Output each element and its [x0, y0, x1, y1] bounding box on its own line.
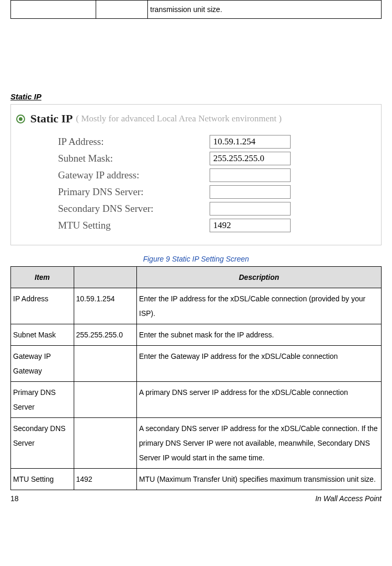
cell-value: 10.59.1.254: [74, 288, 137, 324]
radio-selected-icon[interactable]: [16, 115, 25, 123]
desc-header-desc: Description: [137, 267, 382, 288]
page-footer: 18 In Wall Access Point: [10, 494, 382, 503]
field-secondary-dns: Secondary DNS Server:: [16, 202, 373, 216]
label-gateway-ip: Gateway IP address:: [58, 169, 210, 181]
cell-desc: A secondary DNS server IP address for th…: [137, 418, 382, 469]
top-cell-2: [96, 1, 148, 19]
cell-desc: Enter the IP address for the xDSL/Cable …: [137, 288, 382, 324]
cell-value: [74, 382, 137, 418]
cell-value: 1492: [74, 469, 137, 490]
figure-caption: Figure 9 Static IP Setting Screen: [10, 255, 382, 263]
section-heading-static-ip: Static IP: [10, 92, 382, 101]
cell-value: [74, 346, 137, 382]
cell-value: 255.255.255.0: [74, 324, 137, 346]
field-ip-address: IP Address:: [16, 135, 373, 149]
field-primary-dns: Primary DNS Server:: [16, 185, 373, 199]
input-secondary-dns[interactable]: [210, 202, 291, 216]
input-mtu-setting[interactable]: [210, 219, 291, 232]
input-subnet-mask[interactable]: [210, 152, 291, 165]
cell-item: Secondary DNS Server: [11, 418, 74, 469]
desc-header-item: Item: [11, 267, 74, 288]
static-ip-form-panel: Static IP ( Mostly for advanced Local Ar…: [10, 104, 382, 245]
cell-item: Primary DNS Server: [11, 382, 74, 418]
top-fragment-table: transmission unit size.: [10, 0, 382, 19]
table-row: IP Address 10.59.1.254 Enter the IP addr…: [11, 288, 382, 324]
cell-value: [74, 418, 137, 469]
table-row: MTU Setting 1492 MTU (Maximum Transfer U…: [11, 469, 382, 490]
label-subnet-mask: Subnet Mask:: [58, 153, 210, 164]
cell-desc: A primary DNS server IP address for the …: [137, 382, 382, 418]
field-subnet-mask: Subnet Mask:: [16, 152, 373, 165]
footer-page-number: 18: [10, 494, 19, 503]
input-primary-dns[interactable]: [210, 185, 291, 199]
field-gateway-ip: Gateway IP address:: [16, 168, 373, 182]
static-ip-radio-row[interactable]: Static IP ( Mostly for advanced Local Ar…: [16, 112, 373, 126]
input-ip-address[interactable]: [210, 135, 291, 149]
cell-desc: MTU (Maximum Transfer Unit) specifies ma…: [137, 469, 382, 490]
field-mtu-setting: MTU Setting: [16, 219, 373, 232]
radio-title: Static IP: [30, 112, 73, 126]
input-gateway-ip[interactable]: [210, 168, 291, 182]
cell-item: Subnet Mask: [11, 324, 74, 346]
table-row: Gateway IP Gateway Enter the Gateway IP …: [11, 346, 382, 382]
description-table: Item Description IP Address 10.59.1.254 …: [10, 266, 382, 490]
desc-header-value: [74, 267, 137, 288]
label-ip-address: IP Address:: [58, 136, 210, 148]
cell-desc: Enter the Gateway IP address for the xDS…: [137, 346, 382, 382]
table-row: Primary DNS Server A primary DNS server …: [11, 382, 382, 418]
cell-desc: Enter the subnet mask for the IP address…: [137, 324, 382, 346]
table-row: Secondary DNS Server A secondary DNS ser…: [11, 418, 382, 469]
table-row: Subnet Mask 255.255.255.0 Enter the subn…: [11, 324, 382, 346]
cell-item: Gateway IP Gateway: [11, 346, 74, 382]
cell-item: MTU Setting: [11, 469, 74, 490]
label-primary-dns: Primary DNS Server:: [58, 186, 210, 198]
radio-subtitle: ( Mostly for advanced Local Area Network…: [76, 114, 282, 124]
cell-item: IP Address: [11, 288, 74, 324]
label-secondary-dns: Secondary DNS Server:: [58, 203, 210, 214]
label-mtu-setting: MTU Setting: [58, 220, 210, 231]
top-cell-1: [11, 1, 96, 19]
top-cell-3: transmission unit size.: [148, 1, 382, 19]
footer-title: In Wall Access Point: [315, 494, 382, 503]
